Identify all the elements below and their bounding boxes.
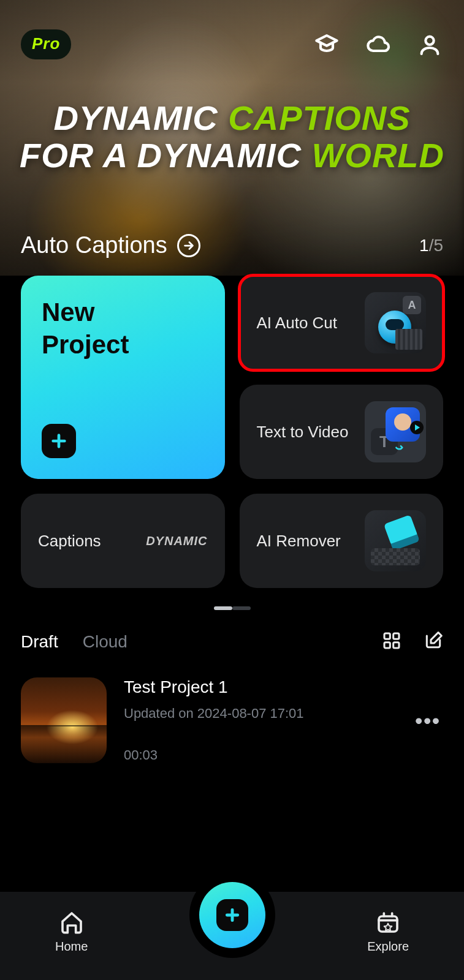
nav-explore[interactable]: Explore xyxy=(367,910,409,954)
ai-auto-cut-label: AI Auto Cut xyxy=(257,314,338,333)
new-project-button[interactable]: New Project xyxy=(21,276,225,479)
svg-rect-1 xyxy=(384,633,390,639)
headline-text: DYNAMIC xyxy=(53,99,218,137)
svg-point-0 xyxy=(425,36,433,44)
nav-home[interactable]: Home xyxy=(55,910,88,954)
featured-action-label: Auto Captions xyxy=(21,232,167,258)
text-to-video-button[interactable]: Text to Video xyxy=(240,385,444,479)
plus-icon xyxy=(216,899,248,931)
featured-action[interactable]: Auto Captions xyxy=(21,232,200,258)
grid-view-icon[interactable] xyxy=(382,631,401,653)
nav-explore-label: Explore xyxy=(367,940,409,954)
nav-home-label: Home xyxy=(55,940,88,954)
plus-icon xyxy=(42,424,76,458)
captions-label: Captions xyxy=(38,532,101,551)
create-fab[interactable] xyxy=(199,882,265,948)
project-thumbnail xyxy=(21,677,107,763)
tab-draft[interactable]: Draft xyxy=(21,632,58,652)
fab-container xyxy=(189,872,275,958)
svg-rect-3 xyxy=(384,643,390,648)
profile-icon[interactable] xyxy=(416,31,443,58)
text-to-video-label: Text to Video xyxy=(257,423,349,442)
new-project-label: New Project xyxy=(42,296,129,361)
headline-text: WORLD xyxy=(311,136,444,175)
hero-headline: DYNAMIC CAPTIONS FOR A DYNAMIC WORLD xyxy=(0,100,464,174)
ai-auto-cut-icon xyxy=(365,292,426,353)
tutorial-icon[interactable] xyxy=(313,31,340,58)
carousel-pager: 1/5 xyxy=(419,236,443,255)
project-updated: Updated on 2024-08-07 17:01 xyxy=(124,706,395,722)
captions-button[interactable]: Captions DYNAMIC xyxy=(21,494,225,588)
svg-rect-2 xyxy=(394,633,399,639)
hero-banner: Pro DYNAMIC CAPTIONS FOR A DYNAMIC WORLD… xyxy=(0,0,464,276)
arrow-right-icon xyxy=(177,234,200,257)
pro-badge[interactable]: Pro xyxy=(21,29,71,59)
tab-cloud[interactable]: Cloud xyxy=(83,632,127,652)
cloud-icon[interactable] xyxy=(365,31,392,58)
more-icon[interactable]: ••• xyxy=(413,709,443,733)
edit-icon[interactable] xyxy=(424,631,443,653)
project-item[interactable]: Test Project 1 Updated on 2024-08-07 17:… xyxy=(0,653,464,763)
project-duration: 00:03 xyxy=(124,747,395,763)
svg-rect-4 xyxy=(394,643,399,648)
headline-text: CAPTIONS xyxy=(228,99,410,137)
ai-remover-icon xyxy=(365,510,426,571)
headline-text: FOR A DYNAMIC xyxy=(20,136,302,175)
ai-auto-cut-button[interactable]: AI Auto Cut xyxy=(240,276,444,370)
text-to-video-icon xyxy=(365,401,426,462)
project-title: Test Project 1 xyxy=(124,677,395,697)
captions-thumb-text: DYNAMIC xyxy=(146,534,207,548)
grid-page-indicator xyxy=(21,606,443,610)
ai-remover-label: AI Remover xyxy=(257,532,341,551)
ai-remover-button[interactable]: AI Remover xyxy=(240,494,444,588)
